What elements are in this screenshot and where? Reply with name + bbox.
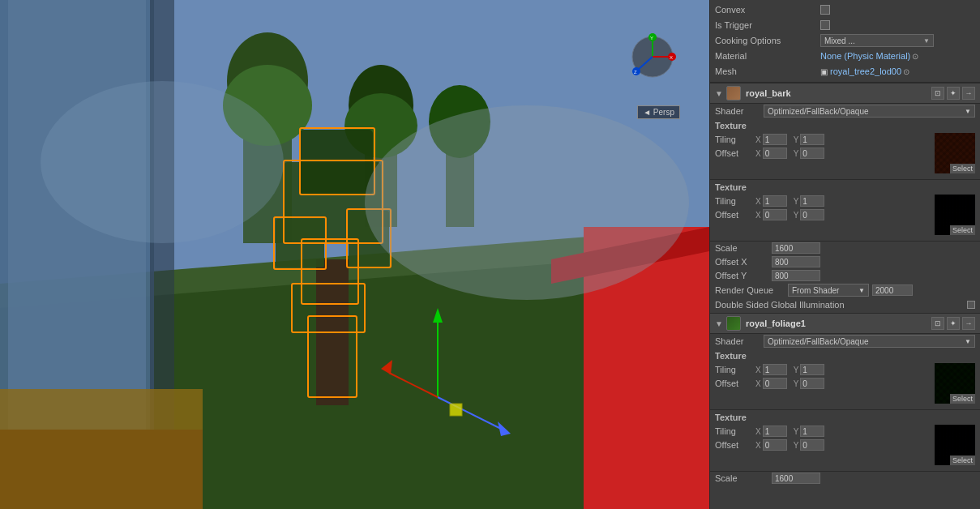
mat1-tiling1-x-input[interactable] (763, 134, 787, 145)
mat2-tiling1-x-input[interactable] (763, 364, 787, 375)
mat2-texture2-thumb[interactable]: Select (935, 425, 975, 465)
mat2-tiling1-y: Y (794, 364, 825, 375)
offset1-x-label: X (755, 149, 761, 158)
mat1-collapse-icon[interactable]: ▼ (715, 89, 723, 98)
mat1-texture1-select-btn[interactable]: Select (950, 164, 975, 173)
mat2-tiling2-x-input[interactable] (763, 426, 787, 437)
mat2-tiling2-row: Tiling X Y (715, 425, 931, 438)
mat1-texture1-section: Texture Tiling X Y (710, 118, 980, 180)
mat2-texture2-container: Tiling X Y Offset X (715, 425, 975, 465)
mat1-tiling2-row: Tiling X Y (715, 195, 931, 207)
is-trigger-checkbox[interactable] (820, 20, 830, 30)
mat1-dsgi-label: Double Sided Global Illumination (715, 300, 967, 310)
mat2-tiling1-y-input[interactable] (800, 364, 824, 375)
mat2-shader-row: Shader Optimized/FallBack/Opaque ▼ (710, 334, 980, 349)
mat1-name: royal_bark (746, 88, 791, 98)
mat2-texture2-select-btn[interactable]: Select (950, 456, 975, 465)
mat2-tiling2-x-label: X (755, 427, 761, 436)
mat2-scale-row: Scale (710, 472, 980, 485)
viewport: Y X Z ◄ Persp (0, 0, 709, 509)
mat1-offset2-row: Offset X Y (715, 208, 931, 221)
mesh-value[interactable]: royal_tree2_lod00 (830, 66, 901, 76)
mat1-tiling2-label: Tiling (715, 196, 755, 206)
mat2-settings-btn[interactable]: ✦ (947, 317, 960, 330)
mat1-offset1-y-input[interactable] (800, 148, 824, 159)
mat2-texture1-label: Texture (715, 351, 975, 361)
mat1-offsety-input[interactable] (772, 270, 820, 281)
svg-rect-18 (300, 130, 373, 195)
mat1-texture2-thumb[interactable]: Select (935, 195, 975, 235)
mat2-offset2-x-label: X (755, 441, 761, 450)
mat1-tiling2-y-input[interactable] (800, 195, 824, 207)
mat2-collapse-icon[interactable]: ▼ (715, 319, 723, 328)
mat1-tiling1-y-input[interactable] (800, 134, 824, 145)
mat2-link-btn[interactable]: → (962, 317, 975, 330)
mat1-dsgi-checkbox[interactable] (967, 301, 975, 309)
mat2-texture1-select-btn[interactable]: Select (950, 394, 975, 404)
mat2-scale-input[interactable] (772, 473, 820, 484)
cooking-options-dropdown[interactable]: Mixed ... ▼ (820, 34, 934, 47)
mat2-inspect-btn[interactable]: ⊡ (931, 317, 944, 330)
mat1-tiling2-y: Y (794, 195, 825, 207)
mat1-offsety-row: Offset Y (710, 269, 980, 282)
mat2-tiling2-label: Tiling (715, 426, 755, 436)
is-trigger-label: Is Trigger (715, 20, 820, 30)
mat1-tiling2-x: X (755, 195, 787, 207)
mat2-offset1-x-label: X (755, 379, 761, 388)
mat1-offset1-x-input[interactable] (763, 148, 787, 159)
mat2-offset1-x: X (755, 378, 787, 389)
mat2-offset2-y: Y (794, 439, 825, 451)
mat1-rq-dropdown[interactable]: From Shader ▼ (788, 284, 869, 297)
mat2-tiling2-y-label: Y (794, 427, 799, 436)
mat2-offset2-y-input[interactable] (800, 439, 824, 451)
scene-gizmo[interactable]: Y X Z (628, 32, 677, 81)
mat1-link-btn[interactable]: → (962, 87, 975, 100)
mat1-tiling2-x-input[interactable] (763, 195, 787, 207)
rq-arrow-icon: ▼ (858, 287, 865, 294)
mat1-shader-dropdown[interactable]: Optimized/FallBack/Opaque ▼ (764, 105, 975, 118)
mesh-link-icon: ⊙ (903, 67, 909, 76)
mat2-texture1-section: Texture Tiling X Y (710, 349, 980, 410)
mat1-offsetx-input[interactable] (772, 256, 820, 267)
perspective-label[interactable]: ◄ Persp (637, 105, 680, 119)
svg-text:Y: Y (650, 36, 653, 41)
mat2-tools: ⊡ ✦ → (931, 317, 975, 330)
mat1-scale-input[interactable] (772, 242, 820, 254)
mat1-texture2-select-btn[interactable]: Select (950, 225, 975, 235)
cooking-options-label: Cooking Options (715, 36, 820, 45)
mat1-offset2-x-input[interactable] (763, 209, 787, 220)
mat2-texture1-thumb[interactable]: Select (935, 363, 975, 404)
material-value[interactable]: None (Physic Material) (820, 51, 910, 61)
mat2-offset2-label: Offset (715, 440, 755, 450)
mat2-offset2-y-label: Y (794, 441, 799, 450)
mat1-rq-input[interactable] (872, 284, 913, 296)
mat1-offsetx-row: Offset X (710, 255, 980, 268)
mat1-inspect-btn[interactable]: ⊡ (931, 87, 944, 100)
material-label: Material (715, 51, 820, 61)
mat1-texture1-thumb[interactable]: Select (935, 133, 975, 173)
convex-row: Convex (715, 2, 975, 17)
mat2-offset1-x-input[interactable] (763, 378, 787, 389)
mat1-offset2-y-input[interactable] (800, 209, 824, 220)
mat2-texture2-label: Texture (715, 413, 975, 422)
mat2-offset1-y-input[interactable] (800, 378, 824, 389)
offset2-y-label: Y (794, 211, 799, 220)
mat2-icon (726, 316, 741, 331)
mat1-offsetx-label: Offset X (715, 257, 772, 267)
mat2-shader-dropdown[interactable]: Optimized/FallBack/Opaque ▼ (764, 335, 975, 348)
convex-checkbox[interactable] (820, 5, 830, 15)
mat2-shader-label: Shader (715, 336, 764, 346)
physics-section: Convex Is Trigger Cooking Options Mixed … (710, 0, 980, 83)
mat2-tiling2-y-input[interactable] (800, 426, 824, 437)
material-link-icon: ⊙ (912, 52, 918, 61)
mat1-dsgi-row: Double Sided Global Illumination (710, 298, 980, 311)
mesh-label: Mesh (715, 66, 820, 76)
mat2-offset2-x-input[interactable] (763, 439, 787, 451)
mat1-tiling1-row: Tiling X Y (715, 133, 931, 146)
mat2-texture2-section: Texture Tiling X Y (710, 410, 980, 472)
tiling1-x-label: X (755, 135, 761, 144)
mat1-settings-btn[interactable]: ✦ (947, 87, 960, 100)
mat2-tiling1-x-label: X (755, 366, 761, 374)
mat1-texture1-info: Tiling X Y Offset X (715, 133, 931, 160)
mat1-texture1-container: Tiling X Y Offset X (715, 133, 975, 173)
